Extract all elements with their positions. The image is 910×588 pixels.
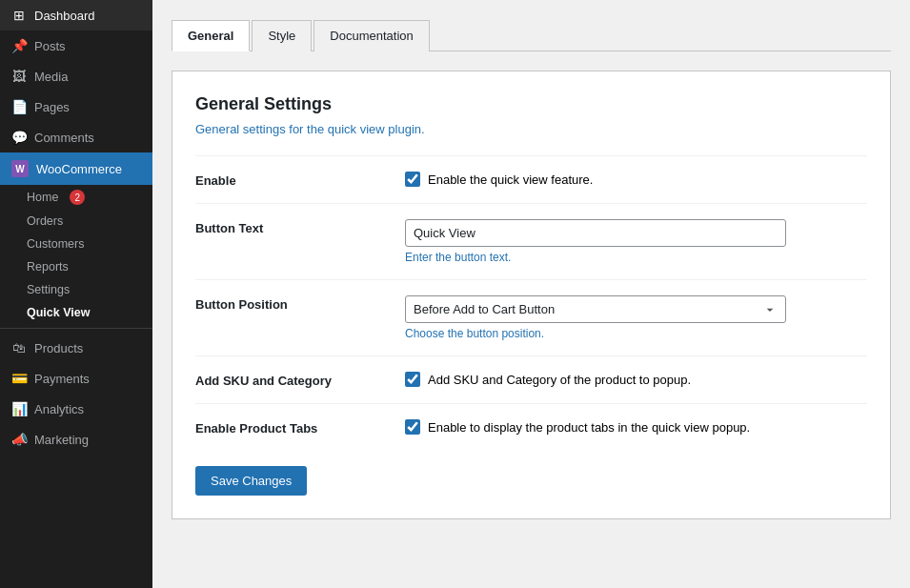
comments-icon: 💬 bbox=[11, 130, 27, 145]
media-icon: 🖼 bbox=[11, 69, 27, 84]
sidebar-item-comments[interactable]: 💬 Comments bbox=[0, 122, 152, 152]
button-position-label: Button Position bbox=[195, 295, 405, 312]
button-text-input[interactable] bbox=[405, 219, 786, 247]
tab-bar: General Style Documentation bbox=[172, 19, 891, 51]
button-text-control: Enter the button text. bbox=[405, 219, 867, 264]
save-button[interactable]: Save Changes bbox=[195, 466, 307, 496]
sidebar-item-analytics[interactable]: 📊 Analytics bbox=[0, 394, 152, 424]
sidebar-item-payments[interactable]: 💳 Payments bbox=[0, 363, 152, 394]
tab-style[interactable]: Style bbox=[252, 20, 312, 51]
analytics-icon: 📊 bbox=[11, 401, 27, 416]
marketing-icon: 📣 bbox=[11, 432, 27, 447]
enable-row: Enable Enable the quick view feature. bbox=[195, 155, 867, 203]
woo-icon: W bbox=[11, 160, 29, 177]
enable-control: Enable the quick view feature. bbox=[405, 172, 867, 187]
sidebar-sub-orders[interactable]: Orders bbox=[0, 210, 152, 233]
button-text-hint: Enter the button text. bbox=[405, 251, 867, 264]
page-title: General Settings bbox=[195, 94, 867, 114]
enable-label: Enable bbox=[195, 172, 405, 188]
sidebar-item-dashboard[interactable]: ⊞ Dashboard bbox=[0, 0, 152, 30]
button-text-label: Button Text bbox=[195, 219, 405, 235]
enable-checkbox-row: Enable the quick view feature. bbox=[405, 172, 867, 187]
settings-box: General Settings General settings for th… bbox=[172, 71, 891, 519]
product-tabs-label: Enable Product Tabs bbox=[195, 419, 405, 436]
sidebar-sub-quick-view[interactable]: Quick View bbox=[0, 301, 152, 324]
sidebar-item-media[interactable]: 🖼 Media bbox=[0, 61, 152, 91]
sidebar-item-posts[interactable]: 📌 Posts bbox=[0, 30, 152, 61]
pages-icon: 📄 bbox=[11, 99, 27, 114]
products-icon: 🛍 bbox=[11, 340, 27, 355]
sku-category-checkbox-row: Add SKU and Category of the product to p… bbox=[405, 372, 867, 387]
button-position-hint: Choose the button position. bbox=[405, 327, 867, 340]
posts-icon: 📌 bbox=[11, 38, 27, 53]
product-tabs-checkbox[interactable] bbox=[405, 419, 420, 435]
enable-checkbox[interactable] bbox=[405, 172, 420, 187]
sku-category-hint: Add SKU and Category of the product to p… bbox=[428, 373, 691, 387]
payments-icon: 💳 bbox=[11, 371, 27, 386]
sidebar-item-products[interactable]: 🛍 Products bbox=[0, 333, 152, 363]
sidebar-item-marketing[interactable]: 📣 Marketing bbox=[0, 424, 152, 455]
button-position-control: Before Add to Cart Button After Add to C… bbox=[405, 295, 867, 340]
sku-category-checkbox[interactable] bbox=[405, 372, 420, 387]
home-badge: 2 bbox=[70, 190, 85, 205]
sidebar-sub-home[interactable]: Home 2 bbox=[0, 185, 152, 210]
sidebar-item-woocommerce[interactable]: W WooCommerce bbox=[0, 152, 152, 185]
product-tabs-row: Enable Product Tabs Enable to display th… bbox=[195, 403, 867, 451]
sku-category-label: Add SKU and Category bbox=[195, 372, 405, 388]
sidebar-sub-settings[interactable]: Settings bbox=[0, 278, 152, 301]
tab-documentation[interactable]: Documentation bbox=[313, 20, 429, 51]
sidebar-sub-customers[interactable]: Customers bbox=[0, 233, 152, 255]
product-tabs-control: Enable to display the product tabs in th… bbox=[405, 419, 867, 435]
product-tabs-hint: Enable to display the product tabs in th… bbox=[428, 420, 750, 435]
sidebar: ⊞ Dashboard 📌 Posts 🖼 Media 📄 Pages 💬 Co… bbox=[0, 0, 152, 588]
sku-category-control: Add SKU and Category of the product to p… bbox=[405, 372, 867, 387]
button-position-row: Button Position Before Add to Cart Butto… bbox=[195, 279, 867, 355]
product-tabs-checkbox-row: Enable to display the product tabs in th… bbox=[405, 419, 867, 435]
dashboard-icon: ⊞ bbox=[11, 8, 27, 23]
sidebar-item-pages[interactable]: 📄 Pages bbox=[0, 91, 152, 122]
sidebar-sub-reports[interactable]: Reports bbox=[0, 255, 152, 278]
page-description: General settings for the quick view plug… bbox=[195, 122, 867, 136]
button-position-select[interactable]: Before Add to Cart Button After Add to C… bbox=[405, 295, 786, 323]
button-text-row: Button Text Enter the button text. bbox=[195, 203, 867, 279]
sku-category-row: Add SKU and Category Add SKU and Categor… bbox=[195, 355, 867, 403]
tab-general[interactable]: General bbox=[172, 20, 250, 51]
enable-hint: Enable the quick view feature. bbox=[428, 172, 593, 187]
main-content: General Style Documentation General Sett… bbox=[152, 0, 910, 588]
